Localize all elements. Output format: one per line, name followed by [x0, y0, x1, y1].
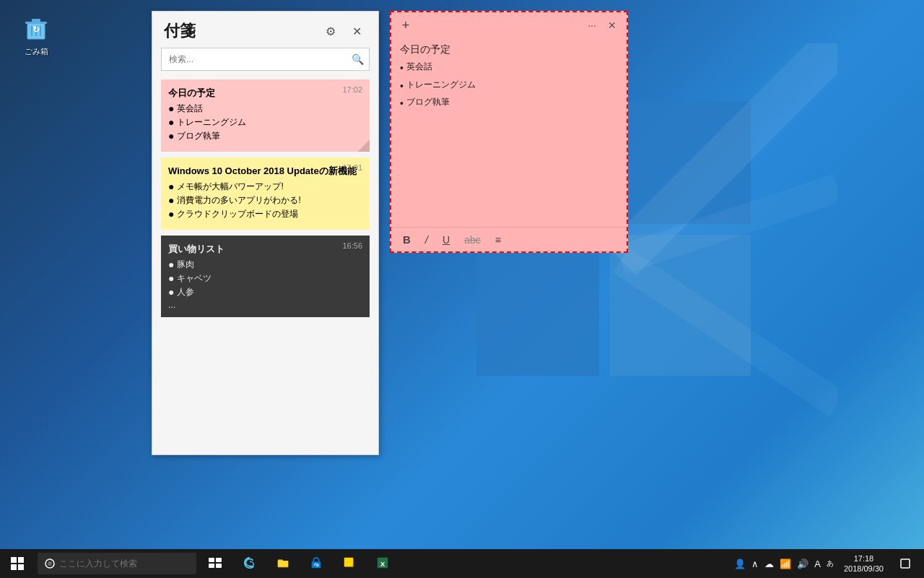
note3-item2: ● キャベツ	[168, 272, 362, 285]
note3-time: 16:56	[342, 241, 362, 250]
people-icon[interactable]: 👤	[733, 558, 747, 569]
svg-rect-14	[11, 557, 17, 563]
svg-rect-16	[11, 564, 17, 570]
note-content[interactable]: 今日の予定 • 英会話 • トレーニングジム • ブログ執筆	[391, 38, 627, 227]
svg-rect-17	[18, 564, 24, 570]
clock-time: 17:18	[844, 553, 884, 564]
onedrive-icon[interactable]: ☁	[763, 558, 775, 569]
explorer-button[interactable]	[267, 549, 299, 578]
excel-icon: X	[376, 556, 389, 569]
svg-rect-23	[216, 564, 222, 568]
open-note-item3: • ブログ執筆	[400, 95, 618, 111]
wifi-icon[interactable]: 📶	[778, 558, 793, 569]
notification-button[interactable]	[892, 549, 918, 578]
task-view-icon	[209, 558, 222, 568]
note1-item3: ● ブログ執筆	[168, 130, 362, 142]
panel-header-icons: ⚙ ✕	[321, 21, 367, 41]
svg-rect-8	[25, 22, 47, 24]
svg-rect-20	[209, 558, 214, 562]
note-controls: ··· ✕	[583, 17, 621, 34]
keyboard-icon[interactable]: A	[813, 558, 822, 569]
language-icon[interactable]: あ	[825, 558, 835, 569]
note3-title: 買い物リスト	[168, 243, 362, 256]
sticky-notes-taskbar-button[interactable]	[334, 549, 365, 578]
svg-text:↻: ↻	[32, 25, 40, 35]
note2-item2: ● 消費電力の多いアプリがわかる!	[168, 194, 362, 207]
note1-item1: ● 英会話	[168, 103, 362, 115]
open-sticky-note: + ··· ✕ 今日の予定 • 英会話 • トレーニングジム • ブログ執筆 B	[390, 11, 628, 253]
open-note-header: + ··· ✕	[391, 12, 627, 38]
edge-icon	[243, 556, 256, 569]
svg-text:X: X	[380, 560, 385, 568]
note-card-yellow[interactable]: 17:01 Windows 10 October 2018 Updateの新機能…	[161, 158, 370, 230]
note-fold	[358, 140, 370, 152]
system-tray-icons: 👤 ∧ ☁ 📶 🔊 A あ	[733, 558, 835, 569]
sticky-notes-icon	[343, 556, 356, 569]
panel-header: 付箋 ⚙ ✕	[152, 12, 378, 48]
svg-rect-26	[344, 558, 354, 567]
svg-text:🛍: 🛍	[314, 561, 319, 568]
taskbar-tray: 👤 ∧ ☁ 📶 🔊 A あ 17:18 2018/09/30	[733, 549, 924, 578]
note2-time: 17:01	[342, 163, 362, 172]
taskbar-apps: 🛍 X	[234, 549, 398, 578]
recycle-bin-icon[interactable]: ↻ ごみ箱	[14, 14, 58, 57]
italic-button[interactable]: /	[422, 232, 431, 247]
svg-rect-21	[216, 558, 222, 562]
add-note-button[interactable]: +	[397, 17, 414, 34]
note-card-pink[interactable]: 17:02 今日の予定 ● 英会話 ● トレーニングジム ● ブログ執筆	[161, 79, 370, 152]
sticky-notes-panel: 付箋 ⚙ ✕ 🔍 17:02 今日の予定 ● 英会話 ● トレーニングジム	[152, 11, 379, 455]
note-menu-button[interactable]: ···	[583, 17, 601, 34]
search-icon: 🔍	[352, 53, 364, 65]
svg-marker-2	[476, 235, 599, 376]
start-icon	[11, 557, 24, 570]
notification-icon	[899, 558, 911, 569]
note3-item1: ● 豚肉	[168, 259, 362, 271]
start-button[interactable]	[0, 549, 35, 578]
bold-button[interactable]: B	[400, 232, 414, 247]
volume-icon[interactable]: 🔊	[796, 558, 810, 569]
note1-time: 17:02	[342, 85, 362, 94]
svg-rect-22	[209, 564, 214, 568]
note3-item4: ...	[168, 300, 362, 310]
panel-title: 付箋	[164, 20, 196, 42]
note1-title: 今日の予定	[168, 87, 362, 100]
underline-button[interactable]: U	[440, 233, 453, 247]
store-button[interactable]: 🛍	[300, 549, 332, 578]
open-note-item1: • 英会話	[400, 60, 618, 76]
svg-point-19	[48, 561, 52, 566]
note-card-dark[interactable]: 16:56 買い物リスト ● 豚肉 ● キャベツ ● 人参 ...	[161, 236, 370, 317]
excel-button[interactable]: X	[367, 549, 398, 578]
note3-item3: ● 人参	[168, 286, 362, 298]
svg-rect-30	[901, 559, 910, 568]
cortana-icon	[45, 558, 55, 569]
close-note-button[interactable]: ✕	[603, 17, 621, 34]
svg-rect-9	[32, 19, 40, 22]
close-panel-button[interactable]: ✕	[346, 21, 367, 41]
search-container: 🔍	[161, 48, 370, 71]
task-view-button[interactable]	[199, 549, 231, 578]
note2-item1: ● メモ帳が大幅パワーアップ!	[168, 181, 362, 193]
open-note-item2: • トレーニングジム	[400, 78, 618, 94]
desktop: ↻ ごみ箱 付箋 ⚙ ✕ 🔍 17:02 今日の予定 ● 英会話	[0, 0, 924, 578]
note2-title: Windows 10 October 2018 Updateの新機能	[168, 165, 362, 178]
recycle-bin-label: ごみ箱	[25, 46, 48, 57]
edge-button[interactable]	[234, 549, 266, 578]
store-icon: 🛍	[310, 556, 323, 569]
recycle-bin-image: ↻	[22, 14, 51, 43]
clock-date: 2018/09/30	[844, 564, 884, 574]
note1-item2: ● トレーニングジム	[168, 116, 362, 129]
taskbar: 🛍 X 👤 ∧	[0, 549, 924, 578]
note-toolbar: B / U abc ≡	[391, 227, 627, 251]
explorer-icon	[276, 556, 289, 569]
svg-rect-15	[18, 557, 24, 563]
taskbar-clock[interactable]: 17:18 2018/09/30	[841, 553, 886, 574]
settings-button[interactable]: ⚙	[321, 21, 341, 41]
taskbar-search[interactable]	[38, 553, 196, 574]
strikethrough-button[interactable]: abc	[461, 233, 484, 247]
chevron-icon[interactable]: ∧	[750, 558, 760, 569]
notes-list: 17:02 今日の予定 ● 英会話 ● トレーニングジム ● ブログ執筆 17	[152, 77, 378, 454]
search-input[interactable]	[161, 48, 370, 71]
note-content-title: 今日の予定	[400, 41, 618, 57]
list-button[interactable]: ≡	[492, 233, 504, 247]
taskbar-search-input[interactable]	[59, 558, 182, 569]
